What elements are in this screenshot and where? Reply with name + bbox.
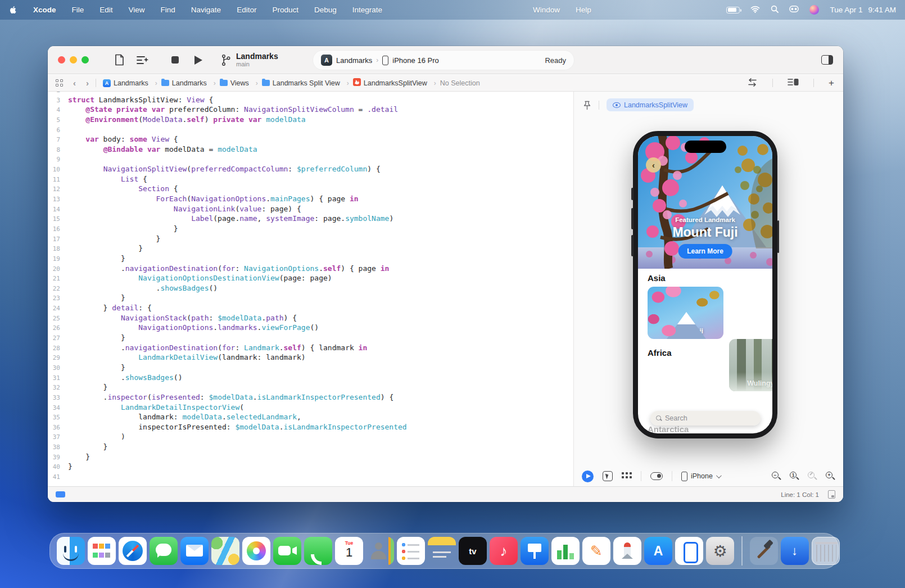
dock-xcode-icon[interactable] (750, 537, 778, 565)
code-line[interactable]: 21 NavigationOptionsDestinationView(page… (48, 273, 573, 283)
menu-item-navigate[interactable]: Navigate (191, 6, 221, 14)
menu-item-help[interactable]: Help (576, 6, 591, 14)
new-document-icon[interactable] (115, 54, 124, 66)
card-mount-fuji[interactable]: Mount Fuji (648, 287, 723, 339)
code-line[interactable]: 32 } (48, 382, 573, 392)
wifi-icon[interactable] (750, 6, 760, 15)
related-items-icon[interactable] (56, 79, 63, 87)
code-line[interactable]: 8 @Bindable var modelData = modelData (48, 144, 573, 155)
dock-messages-icon[interactable] (150, 537, 178, 565)
code-line[interactable]: 18 } (48, 243, 573, 254)
code-line[interactable]: 29 LandmarkDetailView(landmark: landmark… (48, 352, 573, 363)
crumb-selection[interactable]: No Selection (440, 79, 480, 87)
menu-item-view[interactable]: View (129, 6, 145, 14)
code-line[interactable]: 41 (48, 472, 573, 482)
editor-options-icon[interactable] (788, 78, 799, 88)
scheme-selector[interactable]: A Landmarks › iPhone 16 Pro Ready (313, 50, 574, 70)
dock-facetime-icon[interactable] (273, 537, 301, 565)
code-line[interactable]: 19 } (48, 254, 573, 264)
zoom-in-button[interactable]: + (826, 472, 835, 481)
dock-pages-icon[interactable]: ✎ (582, 537, 610, 565)
code-line[interactable]: 13 ForEach(NavigationOptions.mainPages) … (48, 194, 573, 204)
pin-preview-icon[interactable] (583, 101, 591, 112)
crumb-file[interactable]: LandmarksSplitView (353, 78, 436, 88)
code-line[interactable]: 9 (48, 154, 573, 164)
dock-mail-icon[interactable] (180, 537, 209, 565)
code-line[interactable]: 20 .navigationDestination(for: Navigatio… (48, 264, 573, 274)
dock-keynote-icon[interactable] (521, 537, 549, 565)
dock-music-icon[interactable]: ♪ (490, 537, 518, 565)
crumb-group-landmarks[interactable]: Landmarks (161, 79, 216, 87)
status-indicator[interactable] (56, 491, 65, 497)
zoom-window-button[interactable] (82, 56, 89, 64)
minimize-window-button[interactable] (70, 56, 77, 64)
zoom-to-fit-button[interactable] (808, 472, 817, 481)
code-line[interactable]: 22 .showsBadges() (48, 283, 573, 293)
battery-icon[interactable] (726, 7, 740, 13)
menu-item-find[interactable]: Find (161, 6, 175, 14)
back-button[interactable]: ‹ (73, 78, 76, 88)
preview-name-chip[interactable]: LandmarksSplitView (607, 98, 694, 111)
code-line[interactable]: 23 } (48, 293, 573, 303)
dock-photos-icon[interactable] (242, 537, 270, 565)
coding-tools-sparkle-icon[interactable] (137, 55, 149, 66)
source-editor[interactable]: 2 3 struct LandmarksSplitView: View { 4 … (48, 92, 573, 486)
code-line[interactable]: 7 var body: some View { (48, 134, 573, 144)
code-line[interactable]: 26 NavigationOptions.landmarks.viewForPa… (48, 323, 573, 333)
document-status-icon[interactable] (828, 490, 835, 499)
menu-item-file[interactable]: File (72, 6, 84, 14)
apple-menu-icon[interactable] (9, 6, 17, 14)
menu-item-product[interactable]: Product (272, 6, 298, 14)
siri-icon[interactable] (809, 5, 819, 15)
menu-item-editor[interactable]: Editor (237, 6, 256, 14)
code-line[interactable]: 36 inspectorIsPresented: $modelData.isLa… (48, 422, 573, 432)
line-column-indicator[interactable]: Line: 1 Col: 1 (781, 491, 819, 498)
dock-trash-icon[interactable] (812, 537, 840, 565)
dock-safari-icon[interactable] (119, 537, 147, 565)
back-button-phone[interactable]: ‹ (646, 157, 661, 173)
card-wulingyuan[interactable]: Wulingyuan (729, 339, 772, 391)
code-line[interactable]: 16 } (48, 224, 573, 234)
zoom-out-button[interactable]: − (772, 472, 781, 481)
code-pane[interactable]: 2 3 struct LandmarksSplitView: View { 4 … (48, 92, 573, 482)
run-button[interactable] (194, 56, 202, 65)
code-line[interactable]: 24 } detail: { (48, 303, 573, 313)
dock-calendar-icon[interactable]: Tue 1 (335, 537, 363, 565)
menu-item-window[interactable]: Window (533, 6, 560, 14)
code-line[interactable]: 25 NavigationStack(path: $modelData.path… (48, 313, 573, 323)
crumb-group-split-view[interactable]: Landmarks Split View (262, 79, 349, 87)
dock-appletv-icon[interactable]: tv (459, 537, 487, 565)
dock-reminders-icon[interactable] (397, 537, 425, 565)
preview-device-picker[interactable]: iPhone (681, 472, 720, 481)
dock-notes-icon[interactable] (428, 537, 456, 565)
dock-numbers-icon[interactable] (551, 537, 580, 565)
code-line[interactable]: 5 @Environment(ModelData.self) private v… (48, 115, 573, 125)
dock-appstore-icon[interactable]: A (644, 537, 672, 565)
search-field[interactable]: Search (650, 411, 761, 426)
scheme-device[interactable]: iPhone 16 Pro (392, 56, 438, 65)
variants-button[interactable] (622, 472, 632, 480)
crumb-project[interactable]: A Landmarks (103, 79, 157, 87)
code-line[interactable]: 38 } (48, 442, 573, 452)
code-line[interactable]: 11 List { (48, 174, 573, 184)
code-line[interactable]: 28 .navigationDestination(for: Landmark.… (48, 343, 573, 353)
code-line[interactable]: 35 landmark: modelData.selectedLandmark, (48, 412, 573, 422)
zoom-actual-size-button[interactable]: 1 (790, 472, 799, 481)
add-editor-icon[interactable]: + (829, 78, 834, 89)
code-line[interactable]: 30 } (48, 363, 573, 373)
selectable-mode-button[interactable] (603, 471, 613, 481)
dock-launchpad-icon[interactable] (88, 537, 116, 565)
iphone-screen[interactable]: ‹ Featured Landmark Mount Fuji Learn Mor… (638, 136, 772, 433)
code-line[interactable]: 17 } (48, 234, 573, 244)
control-center-icon[interactable] (789, 6, 799, 14)
code-line[interactable]: 33 .inspector(isPresented: $modelData.is… (48, 392, 573, 402)
code-line[interactable]: 14 NavigationLink(value: page) { (48, 204, 573, 214)
close-window-button[interactable] (58, 56, 65, 64)
code-line[interactable]: 12 Section { (48, 184, 573, 194)
dock-iphone-mirroring-icon[interactable] (675, 537, 703, 565)
code-line[interactable]: 27 } (48, 333, 573, 343)
code-review-icon[interactable] (747, 78, 758, 88)
dock-contacts-icon[interactable] (366, 537, 394, 565)
menu-date[interactable]: Tue Apr 1 (830, 6, 862, 14)
menu-item-integrate[interactable]: Integrate (352, 6, 382, 14)
